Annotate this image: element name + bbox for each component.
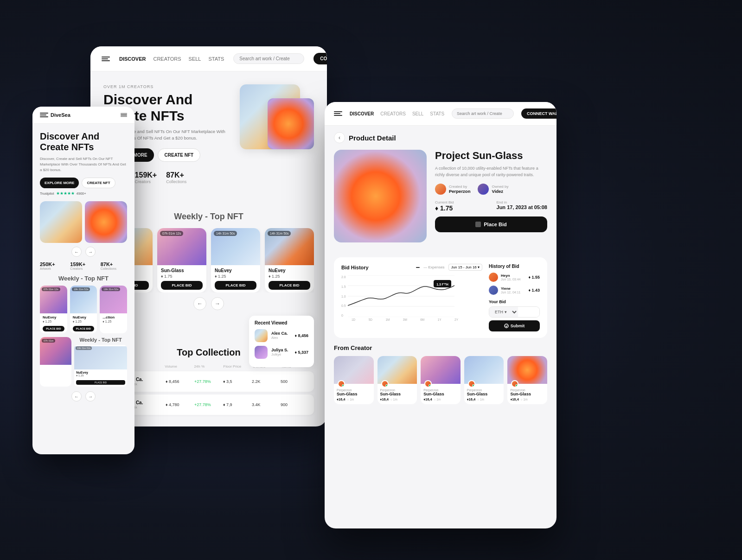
main-nav: DISCOVER CREATORS SELL STATS (119, 56, 224, 62)
creator-item: Created by Perperzon (435, 184, 470, 195)
owner-avatar-icon (478, 184, 489, 195)
creator-nft-img-1 (377, 356, 417, 384)
nft-card-2[interactable]: 14h 31m 50s NuEvey ♦ 1.25 PLACE BID (211, 228, 260, 293)
chart-area: Bid History — Expenses Jun 15 - Jun 16 ▾… (341, 264, 482, 331)
hero-nft-card-2[interactable] (268, 98, 314, 149)
grid-prev-button[interactable]: ← (193, 297, 206, 310)
creator-nft-creator-3: Perperzon (467, 388, 501, 392)
legend-line-icon (416, 267, 420, 268)
rv-name-1: Juliya S. (271, 348, 294, 352)
back-button[interactable]: ‹ (334, 132, 345, 143)
stats-row: 250K+ Artwork 159K+ Creators 87K+ Collec… (103, 171, 314, 184)
create-nft-button[interactable]: CREATE NFT (158, 148, 201, 162)
from-creator-section: From Creator Perperzon Sun-Glass ♦16,4 (325, 344, 556, 404)
small-hero-images (40, 201, 127, 243)
nft-card-1[interactable]: 07h 01m 12s Sun-Glass ♦ 1.75 PLACE BID (157, 228, 206, 293)
current-bid-item: Current Bid ♦ 1.75 (435, 200, 454, 212)
nav-creators[interactable]: CREATORS (153, 56, 181, 62)
small-body: Discover And Create NFTs Discover, Creat… (32, 124, 134, 409)
product-header: DISCOVER CREATORS SELL STATS CONNECT WAL… (325, 102, 556, 126)
small-nft-0[interactable]: 07h 01m 12s NuEvey ♦ 1.25 PLACE BID (40, 286, 67, 333)
creator-price-0: ♦16,4 (337, 397, 345, 401)
nav-sell[interactable]: SELL (189, 56, 201, 62)
bid-history-section: Bid History — Expenses Jun 15 - Jun 16 ▾… (334, 257, 547, 338)
creator-nft-4[interactable]: Perperzon Sun-Glass ♦16,4 ○ 1m (507, 356, 547, 404)
main-connect-wallet-button[interactable]: CONNECT WALLET (313, 53, 327, 64)
nft-card-3[interactable]: 14h 31m 50s NuEvey ♦ 1.25 PLACE BID (265, 228, 314, 293)
small-explore-button[interactable]: EXPLORE MORE (40, 178, 79, 188)
product-nft-image (334, 150, 427, 242)
small-nft-4[interactable]: 19h 31m 52s NuEvey ♦ 1.25 PLACE BID (74, 345, 127, 387)
product-nav-discover[interactable]: DISCOVER (350, 111, 374, 116)
small-nft-1[interactable] (40, 201, 82, 243)
filter-dates-button[interactable]: Jun 15 - Jun 16 ▾ (448, 264, 482, 271)
rv-item-1: Juliya S. Julkye ♦ 5,337 (255, 346, 308, 359)
small-bid-1-button[interactable]: PLACE BID (73, 326, 95, 331)
hamburger-menu-button[interactable] (121, 113, 127, 117)
col-owners-1: 3.4K (252, 402, 281, 407)
online-dot-3 (472, 384, 474, 387)
product-nav-stats[interactable]: STATS (430, 111, 444, 116)
creator-nft-name-2: Sun-Glass (423, 392, 458, 396)
submit-bid-button[interactable]: Submit (489, 320, 540, 331)
creator-nft-creator-4: Perperzon (510, 388, 544, 392)
place-bid-3-button[interactable]: PLACE BID (269, 281, 310, 290)
product-search-input[interactable] (452, 108, 514, 119)
small-grid-prev[interactable]: ← (71, 391, 82, 401)
hammer-icon (475, 222, 481, 227)
creator-nft-0[interactable]: Perperzon Sun-Glass ♦16,4 ○ 1m (334, 356, 374, 404)
small-logo-icon (40, 113, 48, 117)
rv-price-1: ♦ 5,337 (294, 350, 308, 355)
rv-price-0: ♦ 8,456 (294, 333, 308, 338)
main-search-input[interactable] (233, 53, 304, 64)
bid-row: Current Bid ♦ 1.75 End in Jun 17, 2023 a… (435, 200, 547, 212)
product-nav: DISCOVER CREATORS SELL STATS (350, 111, 444, 116)
creator-nft-2[interactable]: Perperzon Sun-Glass ♦16,4 ○ 1m (421, 356, 461, 404)
end-in-label: End in (497, 200, 547, 204)
creator-nft-1[interactable]: Perperzon Sun-Glass ♦16,4 ○ 1m (377, 356, 417, 404)
nft-name-3: NuEvey (269, 268, 310, 273)
small-grid-nav: ← → (40, 391, 127, 401)
place-bid-2-button[interactable]: PLACE BID (215, 281, 256, 290)
bid-amount-input[interactable] (518, 307, 540, 317)
end-in-item: End in Jun 17, 2023 at 05:08 (497, 200, 547, 212)
creator-nft-img-3 (464, 356, 504, 384)
place-bid-1-button[interactable]: PLACE BID (161, 281, 203, 290)
nav-stats[interactable]: STATS (209, 56, 224, 62)
col-owners-0: 2.2K (252, 379, 281, 384)
product-nav-creators[interactable]: CREATORS (380, 111, 406, 116)
y-axis: 2.0 1.5 1.0 0.5 0 (341, 275, 348, 317)
trustpilot: Trustpilot ★★★★★ 4900+ (40, 191, 127, 196)
nav-discover[interactable]: DISCOVER (119, 56, 146, 62)
small-nft-2[interactable]: 19h 31m 52s ...ction ♦ 1.25 (100, 286, 127, 333)
product-connect-wallet-button[interactable]: CONNECT WALLET (521, 108, 556, 119)
small-grid-next[interactable]: → (85, 391, 96, 401)
small-create-button[interactable]: CREATE NFT (82, 178, 115, 188)
collection-row-0: Alex Ca. By Alex ♦ 8,456 +27.78% ♦ 3,5 2… (103, 371, 314, 392)
creator-time-3: ○ 1m (477, 398, 484, 401)
small-bid-0-button[interactable]: PLACE BID (43, 326, 64, 331)
creator-nft-img-0 (334, 356, 374, 384)
bid-history-panel: History of Bid Heyn Jun 13, 03:44 ♦ 1.55… (489, 264, 540, 331)
small-next-button[interactable]: → (85, 247, 96, 257)
main-header: DISCOVER CREATORS SELL STATS CONNECT WAL… (90, 46, 327, 71)
rv-title: Recent Viewed (255, 320, 308, 325)
small-bid-4-button[interactable]: PLACE BID (76, 380, 125, 385)
creator-time-2: ○ 1m (434, 398, 441, 401)
creator-nft-3[interactable]: Perperzon Sun-Glass ♦16,4 ○ 1m (464, 356, 504, 404)
svg-rect-0 (475, 222, 481, 227)
col-items-1: 900 (281, 402, 309, 407)
product-image-gradient (334, 150, 427, 242)
small-nft-2[interactable] (85, 201, 127, 243)
small-nft-3[interactable]: 07h 01m (40, 337, 71, 387)
small-prev-button[interactable]: ← (71, 247, 82, 257)
timer-1: 07h 01m 12s (160, 231, 183, 236)
chart-with-yaxis: 2.0 1.5 1.0 0.5 0 (341, 275, 482, 317)
grid-next-button[interactable]: → (211, 297, 224, 310)
grid-nav-arrows: ← → (103, 297, 314, 310)
bid-currency-select[interactable]: ETH ▾ (489, 307, 518, 317)
product-nav-sell[interactable]: SELL (412, 111, 423, 116)
small-nft-1[interactable]: 19h 31m 52s NuEvey ♦ 1.25 PLACE BID (70, 286, 97, 333)
place-bid-main-button[interactable]: Place Bid (435, 216, 547, 232)
your-bid-label: Your Bid (489, 299, 540, 304)
